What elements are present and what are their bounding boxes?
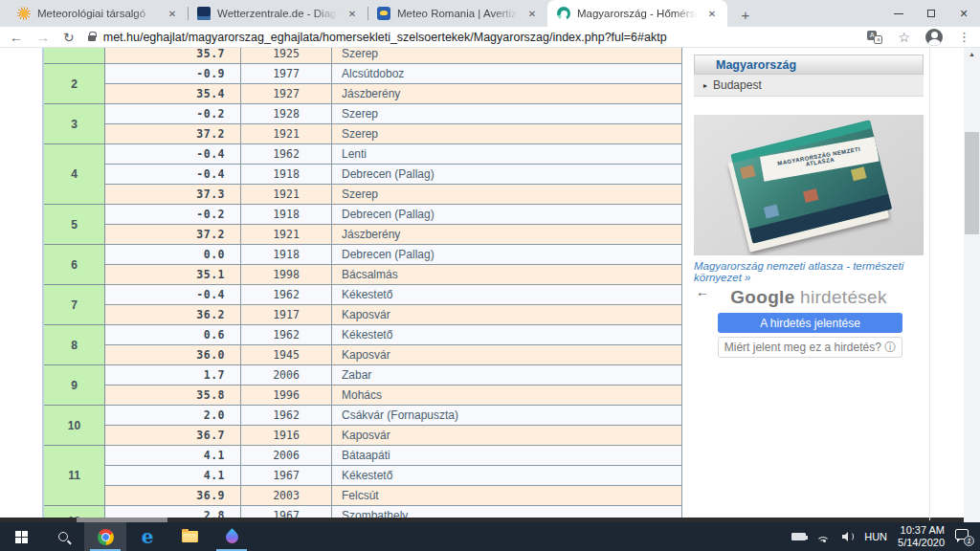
tab-favicon: [17, 7, 31, 20]
scrollbar-up-icon[interactable]: ▲: [964, 51, 980, 57]
year-cell: 1945: [241, 345, 332, 364]
new-tab-button[interactable]: +: [733, 2, 758, 27]
year-cell: 1921: [241, 225, 332, 244]
temperature-cell: 36.7: [105, 426, 241, 445]
temperature-cell: 35.7: [105, 48, 241, 63]
table-row: 0.0 1918 Debrecen (Pallag): [105, 245, 682, 265]
year-cell: 1925: [241, 48, 332, 63]
tab-close-icon[interactable]: ✕: [345, 6, 360, 21]
ad-why-button[interactable]: Miért jelent meg ez a hirdetés? ⓘ: [718, 337, 902, 358]
year-cell: 1917: [241, 305, 332, 324]
speaker-icon[interactable]: [842, 532, 854, 541]
table-row: 35.1 1998 Bácsalmás: [105, 265, 682, 285]
tab-title: Magyarország - Hőmérsékleti szé: [577, 8, 698, 19]
back-icon[interactable]: ←: [10, 31, 23, 44]
ad-brand-label: Google hirdetések: [694, 287, 924, 308]
location-cell: Kaposvár: [332, 345, 682, 364]
browser-tab[interactable]: Magyarország - Hőmérsékleti szé ✕: [547, 0, 727, 27]
sidebar-divider: [929, 48, 930, 520]
table-row: 0.6 1962 Kékestető: [105, 325, 682, 345]
profile-avatar[interactable]: [925, 29, 943, 46]
table-day-group: 6 0.0 1918 Debrecen (Pallag) 35.1 1998 B…: [44, 245, 682, 285]
temperature-cell: -0.2: [105, 205, 241, 224]
ad-report-button[interactable]: A hirdetés jelentése: [718, 313, 902, 333]
taskbar-edge-button[interactable]: e: [126, 522, 168, 551]
browser-tab-bar: Meteorológiai társalgó ✕ Wetterzentrale.…: [0, 0, 980, 27]
browser-tab[interactable]: Meteorológiai társalgó ✕: [8, 0, 188, 27]
vertical-scrollbar-thumb[interactable]: [965, 132, 979, 234]
vertical-scrollbar[interactable]: ▲: [964, 48, 980, 522]
table-day-group: 5 -0.2 1918 Debrecen (Pallag) 37.2 1921 …: [44, 205, 682, 245]
book-cover: MAGYARORSZÁG NEMZETI ATLASZA: [730, 120, 892, 243]
location-cell: Jászberény: [332, 225, 682, 244]
book-photo[interactable]: MAGYARORSZÁG NEMZETI ATLASZA: [694, 115, 924, 255]
location-cell: Lenti: [332, 144, 682, 164]
taskbar-chrome-button[interactable]: [84, 522, 126, 551]
taskbar-clock[interactable]: 10:37 AM 5/14/2020: [898, 524, 945, 549]
temperature-cell: 2.0: [105, 406, 241, 425]
year-cell: 2003: [241, 486, 332, 505]
language-indicator[interactable]: HUN: [864, 531, 887, 542]
maximize-button[interactable]: [915, 0, 947, 27]
table-row: 36.7 1916 Kaposvár: [105, 426, 682, 446]
url-text[interactable]: met.hu/eghajlat/magyarorszag_eghajlata/h…: [103, 31, 667, 44]
location-cell: Kékestető: [332, 466, 682, 485]
chrome-icon: [98, 529, 114, 545]
year-cell: 1921: [241, 124, 332, 143]
tab-close-icon[interactable]: ✕: [524, 6, 540, 21]
location-cell: Mohács: [332, 386, 682, 405]
forward-icon[interactable]: →: [36, 31, 50, 44]
tab-favicon: [557, 7, 570, 20]
year-cell: 1996: [241, 386, 332, 405]
day-cell: 7: [44, 285, 105, 325]
notification-center-button[interactable]: 1: [955, 529, 972, 544]
taskbar-explorer-button[interactable]: [168, 522, 211, 551]
location-cell: Szerep: [332, 104, 682, 123]
table-row: 4.1 2006 Bátaapáti: [105, 446, 682, 466]
book-link[interactable]: Magyarország nemzeti atlasza - természet…: [694, 260, 924, 283]
battery-icon[interactable]: [791, 533, 806, 540]
location-cell: Kaposvár: [332, 305, 682, 324]
temperature-cell: 35.8: [105, 386, 241, 405]
location-cell: Kaposvár: [332, 426, 682, 445]
day-cell: 2: [44, 64, 105, 104]
sidebar-item-budapest[interactable]: ▸ Budapest: [694, 75, 924, 97]
time-label: 10:37 AM: [901, 524, 945, 536]
browser-tab[interactable]: Meteo Romania | Avertizări ✕: [368, 0, 547, 27]
year-cell: 1918: [241, 245, 332, 264]
browser-menu-icon[interactable]: ⋮: [958, 30, 970, 44]
table-row: 36.9 2003 Felcsút: [105, 486, 682, 506]
taskbar-paint3d-button[interactable]: [211, 522, 253, 551]
day-cell: 8: [44, 325, 105, 365]
day-cell: 6: [44, 245, 105, 285]
minimize-button[interactable]: [882, 0, 915, 27]
window-controls: ✕: [882, 0, 980, 27]
day-cell: 10: [44, 406, 105, 446]
table-day-group: 11 4.1 2006 Bátaapáti 4.1 1967 Kékestető…: [44, 446, 682, 506]
bookmark-star-icon[interactable]: ☆: [898, 30, 910, 45]
reload-icon[interactable]: ↻: [63, 31, 75, 44]
tab-close-icon[interactable]: ✕: [165, 6, 180, 21]
table-row: 35.7 1925 Szerep: [105, 48, 682, 64]
temperature-cell: -0.2: [105, 104, 241, 123]
lock-icon: [88, 35, 96, 41]
location-cell: Bácsalmás: [332, 265, 682, 284]
table-day-group: 8 0.6 1962 Kékestető 36.0 1945 Kaposvár: [44, 325, 682, 365]
url-bar[interactable]: met.hu/eghajlat/magyarorszag_eghajlata/h…: [88, 31, 855, 44]
table-row: 37.2 1921 Jászberény: [105, 225, 682, 245]
location-cell: Zabar: [332, 365, 682, 385]
taskbar-search-button[interactable]: [42, 522, 84, 551]
close-button[interactable]: ✕: [947, 0, 980, 27]
table-row: 37.2 1921 Szerep: [105, 124, 682, 144]
tab-close-icon[interactable]: ✕: [704, 6, 720, 21]
start-button[interactable]: [0, 522, 42, 551]
minimize-icon: [894, 13, 903, 14]
notification-badge: 1: [964, 536, 974, 546]
table-row: 36.2 1917 Kaposvár: [105, 305, 682, 325]
translate-icon[interactable]: Aa: [867, 31, 882, 44]
wifi-icon[interactable]: [816, 532, 832, 542]
location-cell: Alcsútdoboz: [332, 64, 682, 83]
table-row: 1.7 2006 Zabar: [105, 365, 682, 386]
browser-tab[interactable]: Wetterzentrale.de - Diagrams ✕: [188, 0, 368, 27]
sidebar-item-label: Budapest: [713, 78, 762, 92]
